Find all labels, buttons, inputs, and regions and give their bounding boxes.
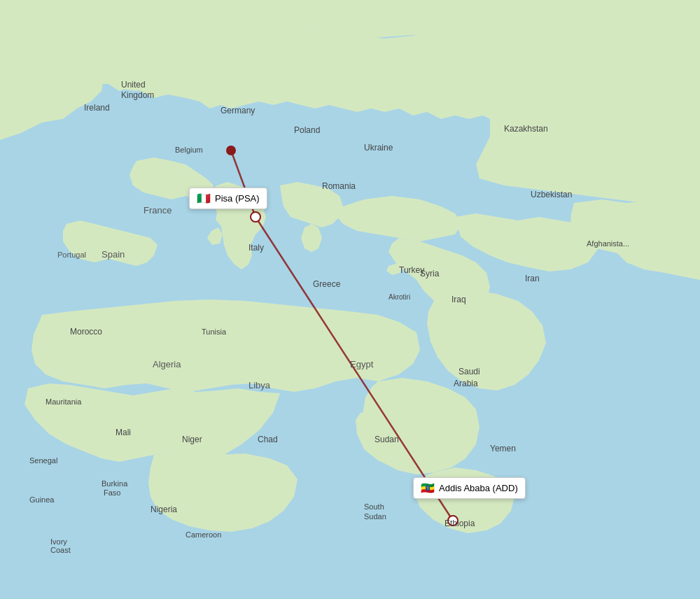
belgium-label: Belgium — [175, 146, 203, 154]
ukraine-label: Ukraine — [364, 143, 393, 153]
kazakhstan-label: Kazakhstan — [504, 124, 548, 134]
niger-label: Niger — [182, 435, 202, 444]
mauritania-label: Mauritania — [46, 397, 82, 406]
morocco-label: Morocco — [70, 327, 102, 337]
map-svg: Ireland United Kingdom Belgium Germany F… — [0, 0, 700, 599]
ethiopia-label: Ethiopia — [444, 519, 475, 528]
spain-label: Spain — [102, 249, 125, 260]
ivory-coast-label-2: Coast — [50, 546, 71, 554]
tunisia-label: Tunisia — [202, 327, 227, 336]
chad-label: Chad — [258, 435, 278, 444]
iran-label: Iran — [525, 274, 540, 283]
svg-point-4 — [253, 214, 258, 220]
svg-point-5 — [226, 146, 236, 155]
portugal-label: Portugal — [57, 251, 86, 259]
france-label: France — [144, 205, 172, 216]
senegal-label: Senegal — [29, 456, 57, 465]
libya-label: Libya — [248, 380, 271, 390]
uzbekistan-label: Uzbekistan — [531, 190, 572, 199]
mali-label: Mali — [115, 428, 131, 437]
guinea-label: Guinea — [29, 495, 55, 504]
ivory-coast-label-1: Ivory — [50, 537, 67, 546]
algeria-label: Algeria — [153, 359, 181, 369]
ireland-label: Ireland — [84, 103, 110, 113]
romania-label: Romania — [322, 181, 356, 191]
poland-label: Poland — [294, 125, 320, 135]
uk-label-2: Kingdom — [121, 90, 154, 100]
map-container: Ireland United Kingdom Belgium Germany F… — [0, 0, 700, 599]
saudi-label-2: Arabia — [454, 379, 478, 388]
italy-label: Italy — [248, 243, 264, 253]
germany-label: Germany — [220, 106, 255, 115]
uk-label-1: United — [121, 80, 146, 90]
syria-label: Syria — [420, 269, 440, 279]
south-sudan-label-1: South — [364, 502, 384, 511]
yemen-label: Yemen — [490, 444, 516, 453]
burkina-label-1: Burkina — [102, 479, 128, 488]
akrotiri-label: Akrotiri — [388, 293, 410, 301]
afghanistan-label: Afghanista... — [587, 239, 629, 248]
cameroon-label: Cameroon — [186, 530, 221, 539]
sudan-label: Sudan — [374, 435, 399, 444]
burkina-label-2: Faso — [104, 488, 120, 497]
iraq-label: Iraq — [451, 295, 466, 304]
saudi-label-1: Saudi — [458, 367, 480, 376]
egypt-label: Egypt — [350, 359, 374, 369]
nigeria-label: Nigeria — [150, 505, 177, 514]
south-sudan-label-2: Sudan — [364, 512, 386, 521]
greece-label: Greece — [313, 279, 341, 289]
